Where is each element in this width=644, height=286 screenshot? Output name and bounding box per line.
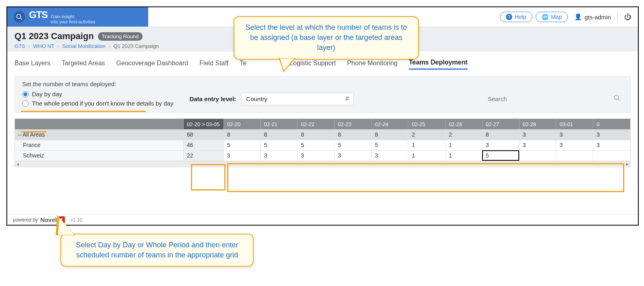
tab-logistic[interactable]: Logistic Support — [290, 60, 336, 69]
svg-line-1 — [20, 18, 22, 20]
grid-cell[interactable]: 3 — [482, 140, 519, 150]
grid-cell[interactable]: 8 — [261, 129, 298, 140]
scroll-right-icon[interactable]: ► — [625, 162, 630, 167]
search-input[interactable] — [486, 93, 623, 105]
settings-panel: Set the number of teams deployed: Day by… — [14, 76, 631, 113]
grid-cell[interactable]: 3 — [334, 150, 371, 161]
radio-whole-period[interactable]: The whole period if you don't know the d… — [22, 100, 173, 107]
teams-grid: 02-20 > 03-0502-2002-2102-2202-2302-2402… — [14, 118, 631, 167]
grid-cell[interactable]: 5 — [298, 140, 335, 150]
search-icon — [613, 94, 621, 103]
tab-phone-monitoring[interactable]: Phone Monitoring — [347, 60, 398, 69]
annotation-callout-level: Select the level at which the number of … — [234, 16, 419, 60]
grid-sum-cell: 46 — [184, 140, 224, 150]
page-title: Q1 2023 Campaign — [14, 31, 94, 41]
grid-cell[interactable] — [519, 150, 556, 161]
divider — [617, 13, 618, 21]
grid-cell[interactable] — [593, 150, 630, 161]
grid-cell[interactable]: 8 — [334, 129, 371, 140]
tab-base-layers[interactable]: Base Layers — [14, 60, 50, 69]
grid-cell[interactable]: 3 — [519, 140, 556, 150]
grid-cell[interactable]: 2 — [445, 129, 482, 140]
radio-whole-period-input[interactable] — [22, 100, 29, 107]
tab-targeted-areas[interactable]: Targeted Areas — [62, 60, 105, 69]
grid-cell[interactable]: 3 — [371, 150, 408, 161]
globe-icon: 🌐 — [542, 14, 549, 20]
svg-point-0 — [17, 14, 21, 19]
grid-cell[interactable]: 8 — [482, 129, 519, 140]
grid-cell[interactable]: 8 — [298, 129, 335, 140]
grid-cell[interactable] — [556, 150, 593, 161]
tab-geocoverage[interactable]: Geocoverage Dashboard — [116, 60, 188, 69]
tracking-round-badge: Tracking Round — [98, 32, 143, 41]
grid-cell[interactable]: 8 — [371, 129, 408, 140]
grid-row-label: France — [15, 140, 184, 150]
radio-day-by-day-input[interactable] — [22, 91, 29, 97]
help-icon: ? — [506, 14, 512, 20]
radio-day-by-day[interactable]: Day by day — [22, 91, 173, 97]
grid-cell[interactable]: 3 — [224, 150, 261, 161]
power-icon: ⏻ — [624, 13, 632, 21]
grid-cell[interactable]: 1 — [408, 150, 445, 161]
grid-row-label: Schweiz — [15, 150, 184, 161]
grid-cell[interactable]: 3 — [593, 129, 630, 140]
grid-cell[interactable]: 2 — [408, 129, 445, 140]
breadcrumb-social[interactable]: Social Mobilization — [62, 43, 106, 49]
scroll-left-icon[interactable]: ◄ — [15, 162, 21, 167]
grid-cell[interactable]: 1 — [408, 140, 445, 150]
user-icon: 👤 — [574, 13, 582, 21]
grid-cell[interactable]: 1 — [445, 150, 482, 161]
grid-cell[interactable]: 3 — [298, 150, 335, 161]
grid-cell[interactable]: 5 — [224, 140, 261, 150]
settings-prompt: Set the number of teams deployed: — [22, 81, 623, 87]
grid-sum-cell: 68 — [184, 129, 224, 140]
svg-point-2 — [614, 95, 619, 99]
grid-cell[interactable]: 5 — [371, 140, 408, 150]
chevron-updown-icon: ⇵ — [345, 96, 349, 102]
deploy-mode-radio-group: Day by day The whole period if you don't… — [22, 91, 173, 107]
grid-cell[interactable]: 5 — [334, 140, 371, 150]
help-button[interactable]: ? Help — [500, 12, 532, 22]
map-button[interactable]: 🌐 Map — [536, 12, 568, 22]
footer: powered by Novel-t v1.10. — [7, 214, 638, 225]
globe-search-icon — [14, 11, 25, 23]
tab-field-staff[interactable]: Field Staff — [199, 60, 228, 69]
grid-cell[interactable]: 3 — [519, 129, 556, 140]
grid-cell[interactable]: 5 — [482, 150, 519, 161]
tab-hidden[interactable]: Te — [240, 60, 252, 69]
level-label: Data entry level: — [189, 95, 236, 102]
annotation-callout-mode: Select Day by Day or Whole Period and th… — [60, 234, 254, 267]
grid-cell[interactable]: 8 — [224, 129, 261, 140]
power-button[interactable]: ⏻ — [624, 13, 632, 21]
breadcrumb-gts[interactable]: GTS — [14, 43, 25, 49]
brand-tagline: Gain insightinto your field activities — [51, 14, 95, 25]
user-chip[interactable]: 👤 gts-admin — [571, 13, 611, 21]
grid-cell[interactable]: 5 — [261, 140, 298, 150]
grid-cell[interactable]: 3 — [556, 140, 593, 150]
grid-cell[interactable]: 1 — [445, 140, 482, 150]
brand: GTS Gain insightinto your field activiti… — [7, 7, 148, 27]
svg-line-3 — [618, 99, 620, 101]
brand-name: GTS — [29, 9, 48, 21]
grid-cell[interactable]: 3 — [593, 140, 630, 150]
powered-by-label: powered by — [13, 217, 38, 223]
data-entry-level-select[interactable]: Country ⇵ — [241, 93, 354, 105]
tab-teams-deployment[interactable]: Teams Deployment — [409, 59, 468, 70]
breadcrumb-whont[interactable]: WHO NT — [33, 43, 54, 49]
grid-sum-cell: 22 — [184, 150, 224, 161]
grid-cell[interactable]: 3 — [261, 150, 298, 161]
grid-row-label: – All Areas — [15, 129, 184, 140]
horizontal-scrollbar[interactable]: ◄ ► — [15, 161, 630, 167]
breadcrumb-current: Q1 2023 Campaign — [114, 43, 159, 49]
grid-cell[interactable]: 3 — [556, 129, 593, 140]
